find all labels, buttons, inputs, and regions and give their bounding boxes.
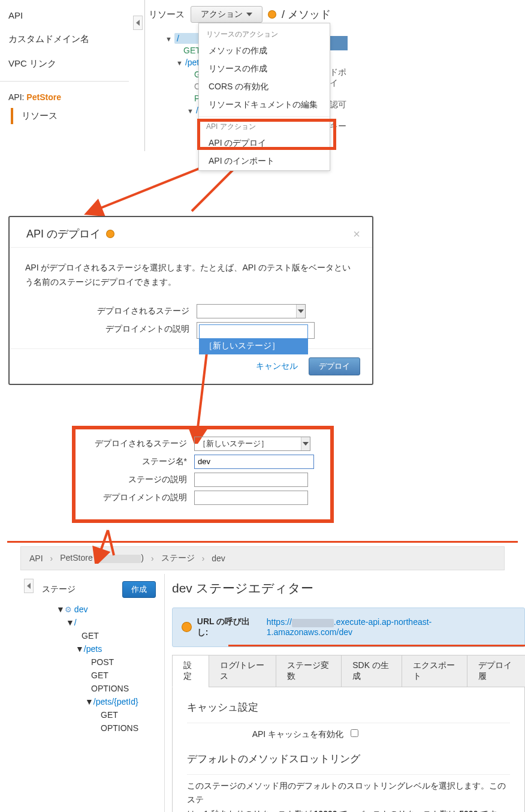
horizontal-divider	[7, 541, 518, 543]
chevron-down-icon	[246, 13, 252, 16]
crumb-dev[interactable]: dev	[212, 554, 225, 563]
stage-pets-options[interactable]: OPTIONS	[85, 682, 164, 695]
stage-pets-post[interactable]: POST	[85, 655, 164, 669]
stage-petid[interactable]: /pets/{petId}	[93, 697, 138, 706]
tab-export[interactable]: エクスポート	[402, 655, 467, 687]
cancel-button[interactable]: キャンセル	[256, 361, 298, 372]
highlight-deploy-api	[197, 119, 336, 150]
label-stage-desc: ステージの説明	[77, 473, 194, 485]
stage-root[interactable]: /	[74, 618, 77, 627]
info-dot-icon[interactable]	[182, 622, 191, 631]
dd-edit-docs[interactable]: リソースドキュメントの編集	[199, 96, 330, 114]
modal-close-button[interactable]: ×	[353, 227, 360, 241]
url-underline	[228, 645, 525, 646]
stage-tabs: 設定 ログ/トレース ステージ変数 SDK の生成 エクスポート デプロイ履	[172, 655, 525, 687]
api-name[interactable]: PetStore	[26, 92, 61, 102]
method-heading: / メソッド	[282, 7, 331, 22]
select-deploy-stage-filled[interactable]: ［新しいステージ］	[194, 437, 310, 451]
stage-sidebar: ステージ 作成 ▼⚙dev ▼/ GET ▼/pets POST GET OPT…	[20, 574, 165, 812]
breadcrumb: API› PetStore ()› ステージ› dev	[20, 546, 505, 570]
stage-petid-options[interactable]: OPTIONS	[95, 721, 164, 735]
cache-heading: キャッシュ設定	[187, 700, 510, 714]
throttle-text: このステージのメソッド用のデフォルトのスロットリングレベルを選択します。このステ…	[187, 779, 510, 812]
dd-create-method[interactable]: メソッドの作成	[199, 42, 330, 60]
deploy-api-modal: API のデプロイ × API がデプロイされるステージを選択します。たとえば、…	[8, 216, 373, 385]
tab-logs[interactable]: ログ/トレース	[209, 655, 276, 687]
stage-root-get[interactable]: GET	[76, 629, 164, 642]
deploy-button[interactable]: デプロイ	[309, 357, 360, 375]
tab-sdk[interactable]: SDK の生成	[341, 655, 402, 687]
modal-description: API がデプロイされるステージを選択します。たとえば、API のテスト版をベー…	[25, 261, 357, 290]
actions-dropdown-button[interactable]: アクション	[191, 6, 262, 23]
crumb-stage[interactable]: ステージ	[161, 553, 195, 564]
crumb-petstore[interactable]: PetStore ()	[60, 553, 144, 563]
input-stage-name[interactable]	[194, 455, 314, 469]
create-stage-button[interactable]: 作成	[122, 581, 156, 598]
collapse-stage-sidebar[interactable]	[24, 579, 34, 593]
nav-custom-domain[interactable]: カスタムドメイン名	[0, 27, 129, 52]
tab-stage-vars[interactable]: ステージ変数	[276, 655, 342, 687]
tab-resources[interactable]: リソース	[11, 108, 129, 124]
nav-vpc-link[interactable]: VPC リンク	[0, 52, 129, 76]
option-blank[interactable]	[200, 325, 307, 338]
dd-create-resource[interactable]: リソースの作成	[199, 60, 330, 78]
invoke-url-label: URL の呼び出し:	[197, 616, 261, 638]
vertical-divider	[144, 0, 145, 151]
stage-dev[interactable]: dev	[74, 605, 88, 614]
chevron-down-icon	[298, 309, 304, 313]
tab-settings[interactable]: 設定	[172, 655, 209, 687]
crumb-api[interactable]: API	[29, 554, 43, 563]
nav-api[interactable]: API	[0, 4, 129, 27]
invoke-url-link[interactable]: https://.execute-api.ap-northeast-1.amaz…	[267, 617, 515, 636]
textarea-deploy-desc[interactable]	[194, 491, 308, 505]
tab-content-settings: キャッシュ設定 API キャッシュを有効化 デフォルトのメソッドスロットリング …	[172, 687, 525, 812]
select-deploy-stage-options: ［新しいステージ］	[199, 324, 308, 354]
stage-tree: ▼⚙dev ▼/ GET ▼/pets POST GET OPTIONS ▼/p…	[20, 602, 164, 735]
label-deploy-desc: デプロイメントの説明	[77, 491, 194, 503]
stage-petid-get[interactable]: GET	[95, 708, 164, 721]
textarea-stage-desc[interactable]	[194, 473, 308, 487]
label-deploy-stage: デプロイされるステージ	[77, 437, 194, 449]
api-name-line: API: PetStore	[0, 86, 129, 108]
tab-deploy-history[interactable]: デプロイ履	[467, 655, 525, 687]
deploy-form-highlight: デプロイされるステージ ［新しいステージ］ ステージ名* ステージの説明 デプロ…	[72, 426, 334, 523]
dd-enable-cors[interactable]: CORS の有効化	[199, 78, 330, 96]
gear-icon: ⚙	[65, 605, 72, 614]
stage-pets-get[interactable]: GET	[85, 669, 164, 682]
chevron-left-icon	[136, 20, 140, 26]
throttle-heading: デフォルトのメソッドスロットリング	[187, 752, 510, 766]
cache-enable-label: API キャッシュを有効化	[252, 729, 343, 739]
label-deploy-stage: デプロイされるステージ	[25, 304, 197, 317]
stage-editor-heading: dev ステージエディター	[172, 580, 525, 597]
stage-pets[interactable]: /pets	[84, 644, 102, 654]
cache-enable-checkbox[interactable]	[351, 729, 358, 737]
stage-sidebar-title: ステージ	[42, 584, 76, 595]
stage-main: dev ステージエディター URL の呼び出し: https://.execut…	[165, 574, 525, 812]
collapse-sidebar-button[interactable]	[133, 16, 143, 30]
info-dot-icon[interactable]	[107, 230, 114, 237]
resources-label: リソース	[149, 9, 185, 20]
option-new-stage[interactable]: ［新しいステージ］	[200, 338, 307, 354]
label-deploy-desc: デプロイメントの説明	[25, 322, 197, 335]
select-deploy-stage[interactable]	[197, 304, 306, 318]
chevron-down-icon	[303, 442, 309, 446]
left-nav: API カスタムドメイン名 VPC リンク API: PetStore リソース	[0, 4, 129, 124]
info-dot-icon[interactable]	[268, 11, 276, 18]
label-stage-name: ステージ名*	[77, 455, 194, 467]
dd-import-api[interactable]: API のインポート	[199, 152, 330, 170]
invoke-url-box: URL の呼び出し: https://.execute-api.ap-north…	[172, 608, 525, 647]
dd-section-resource: リソースのアクション	[199, 27, 330, 42]
modal-title: API のデプロイ	[26, 227, 101, 241]
chevron-left-icon	[27, 583, 31, 589]
